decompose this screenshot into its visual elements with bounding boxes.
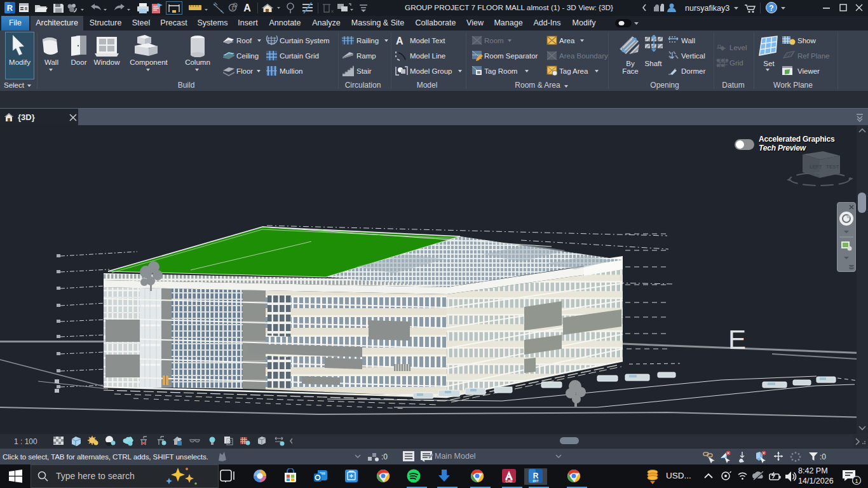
- svg-text:R: R: [7, 3, 13, 13]
- svg-text:1: 1: [855, 478, 858, 484]
- svg-text:x: x: [331, 8, 334, 14]
- svg-text:A: A: [396, 36, 403, 46]
- svg-text:E: E: [728, 325, 746, 355]
- svg-text:nursyafikay3: nursyafikay3: [685, 4, 729, 13]
- svg-text:?: ?: [769, 4, 773, 13]
- svg-text:LEFT: LEFT: [810, 164, 822, 170]
- svg-text:TEST: TEST: [826, 164, 839, 170]
- svg-text:A: A: [243, 3, 251, 13]
- svg-text:1: 1: [231, 5, 234, 11]
- svg-text:CAD: CAD: [506, 479, 513, 483]
- svg-text:RVT: RVT: [532, 480, 538, 483]
- svg-text::0: :0: [820, 452, 826, 461]
